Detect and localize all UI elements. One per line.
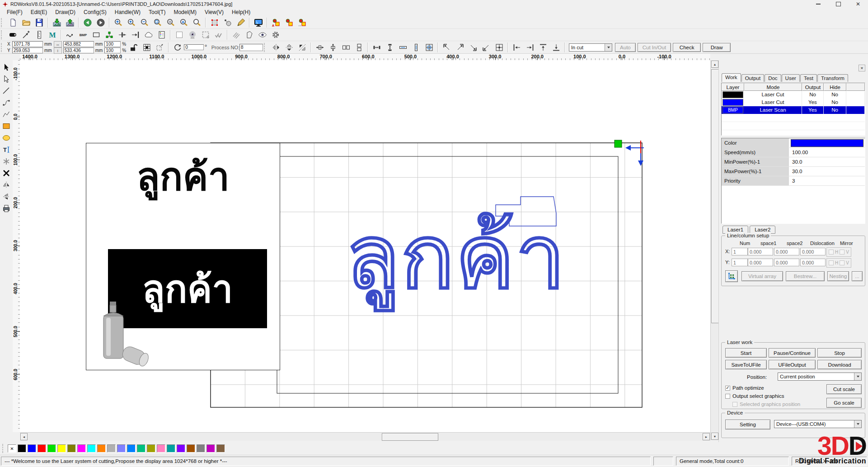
- menu-edit[interactable]: Edit(E): [27, 9, 52, 16]
- mirror-h-checkbox[interactable]: [829, 260, 834, 265]
- delete-tool-icon[interactable]: [1, 168, 12, 179]
- check-button[interactable]: Check: [673, 43, 701, 52]
- color-swatch[interactable]: [47, 444, 56, 453]
- color-swatch[interactable]: [57, 444, 66, 453]
- toolbar-drag-handle[interactable]: [264, 43, 267, 52]
- pause-continue-button[interactable]: Pause/Continue: [769, 348, 816, 358]
- panel-close-icon[interactable]: ✕: [859, 65, 865, 71]
- toolbar-drag-handle[interactable]: [1, 30, 4, 39]
- redo-icon[interactable]: [94, 17, 107, 28]
- auto-button[interactable]: Auto: [615, 43, 636, 52]
- draw-button[interactable]: Draw: [703, 43, 731, 52]
- color-swatch[interactable]: [177, 444, 185, 453]
- lc-y-input-2[interactable]: [774, 259, 799, 266]
- select-rect-icon[interactable]: [208, 17, 221, 28]
- menu-file[interactable]: File(F): [3, 9, 27, 16]
- same-w-icon[interactable]: [396, 42, 409, 53]
- ruler-tool-icon[interactable]: [33, 29, 46, 41]
- align-bottom-icon[interactable]: [549, 42, 563, 53]
- ufileoutput-button[interactable]: UFileOutput: [769, 360, 816, 369]
- node-edit-icon[interactable]: [221, 17, 234, 28]
- lock-open-icon[interactable]: [127, 42, 140, 53]
- mirror-v-checkbox[interactable]: [840, 260, 845, 265]
- color-swatch[interactable]: [197, 444, 205, 453]
- size-h-icon[interactable]: [326, 42, 339, 53]
- y-position-input[interactable]: [12, 47, 43, 53]
- zoom-out-icon[interactable]: [138, 17, 151, 28]
- layer-output[interactable]: Yes: [802, 99, 824, 106]
- color-swatch[interactable]: [97, 444, 106, 453]
- vertical-scrollbar[interactable]: ▲ ▼: [710, 60, 719, 440]
- color-swatch[interactable]: [137, 444, 145, 453]
- pen-icon[interactable]: [234, 17, 247, 28]
- size-we-icon[interactable]: [339, 42, 352, 53]
- rotate-input[interactable]: [184, 44, 204, 50]
- array-out-b-icon[interactable]: [282, 17, 296, 28]
- color-swatch[interactable]: [67, 444, 76, 453]
- color-swatch[interactable]: [18, 444, 26, 453]
- asterisk-tool-icon[interactable]: [1, 156, 12, 167]
- height-input[interactable]: [63, 47, 94, 53]
- lc-x-input-0[interactable]: [732, 248, 748, 255]
- ----button[interactable]: ...: [852, 271, 863, 281]
- corner-tl-icon[interactable]: [440, 42, 453, 53]
- size-w-icon[interactable]: [313, 42, 326, 53]
- cam-icon[interactable]: [186, 29, 199, 41]
- process-no-input[interactable]: [239, 44, 263, 51]
- ellipse-shape-icon[interactable]: [1, 132, 12, 143]
- lc-y-input-1[interactable]: [748, 259, 773, 266]
- cloud-icon[interactable]: [142, 29, 155, 41]
- x-scale-input[interactable]: [104, 41, 121, 47]
- color-swatch[interactable]: [147, 444, 155, 453]
- go-scale-button[interactable]: Go scale: [826, 398, 862, 408]
- align-top-icon[interactable]: [536, 42, 549, 53]
- menu-handle[interactable]: Handle(W): [111, 9, 145, 16]
- vector-outline-text[interactable]: ลูกค้า: [275, 204, 637, 310]
- layer-mode[interactable]: Laser Cut: [744, 91, 802, 99]
- same-h-icon[interactable]: [409, 42, 422, 53]
- horizontal-scrollbar[interactable]: ◄ ►: [20, 432, 710, 441]
- double-check-icon[interactable]: [212, 29, 225, 41]
- tab-output[interactable]: Output: [741, 74, 765, 82]
- incut-select[interactable]: In cut: [569, 43, 612, 52]
- tab-work[interactable]: Work: [722, 73, 741, 82]
- layer-output[interactable]: Yes: [802, 106, 824, 114]
- property-value[interactable]: 100.00: [789, 148, 865, 157]
- anchor-grid-icon[interactable]: [140, 42, 153, 53]
- zoom-in-icon[interactable]: [125, 17, 138, 28]
- curve-tool-icon[interactable]: [63, 29, 76, 41]
- menu-view[interactable]: View(V): [201, 9, 228, 16]
- menu-tool[interactable]: Tool(T): [145, 9, 169, 16]
- rotate-icon[interactable]: [171, 42, 184, 53]
- menu-model[interactable]: Model(M): [169, 9, 201, 16]
- layer-hide[interactable]: No: [824, 106, 846, 114]
- task-list-icon[interactable]: [155, 29, 168, 41]
- array-out-a-icon[interactable]: A: [269, 17, 282, 28]
- lc-y-input-0[interactable]: [732, 259, 748, 266]
- save-icon[interactable]: [33, 17, 46, 28]
- eye-tool-icon[interactable]: [256, 29, 269, 41]
- lc-y-input-3[interactable]: [800, 259, 826, 266]
- layer-mode[interactable]: Laser Cut: [744, 99, 802, 106]
- vertical-scroll-thumb[interactable]: [711, 69, 719, 323]
- property-value[interactable]: 3: [789, 176, 865, 185]
- mirror-h-tool-icon[interactable]: [1, 191, 12, 202]
- lc-x-input-2[interactable]: [774, 248, 799, 255]
- center-grid-icon[interactable]: [493, 42, 506, 53]
- property-color-swatch[interactable]: [791, 139, 863, 147]
- layer-row[interactable]: BMPLaser ScanYesNo: [722, 106, 865, 114]
- align-left-icon[interactable]: [510, 42, 523, 53]
- scroll-right-icon[interactable]: ►: [703, 433, 710, 440]
- menu-help[interactable]: Help(H): [228, 9, 254, 16]
- hatch-icon[interactable]: [230, 29, 243, 41]
- color-swatch[interactable]: [157, 444, 165, 453]
- move-to-icon[interactable]: [19, 29, 33, 41]
- size-he-icon[interactable]: [352, 42, 366, 53]
- lc-x-input-1[interactable]: [748, 248, 773, 255]
- undo-icon[interactable]: [81, 17, 94, 28]
- print-tool-icon[interactable]: [1, 203, 12, 214]
- color-swatch[interactable]: [38, 444, 46, 453]
- selected-graphics-position-option[interactable]: Selected graphics position: [732, 401, 800, 407]
- width-lock-icon[interactable]: ↔: [54, 41, 62, 47]
- download-button[interactable]: Download: [817, 360, 862, 369]
